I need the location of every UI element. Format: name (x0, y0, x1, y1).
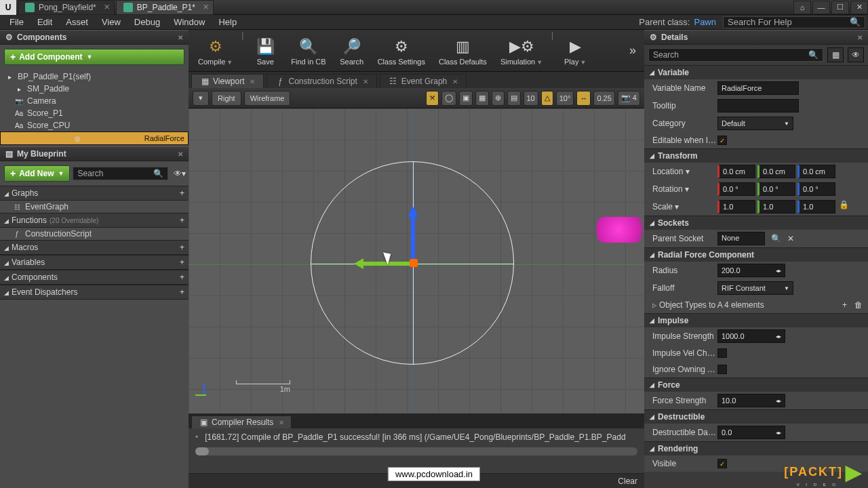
plus-icon[interactable]: + (180, 272, 184, 282)
eye-icon[interactable]: 👁▾ (171, 169, 189, 178)
delete-icon[interactable]: 🗑 (854, 300, 863, 310)
vector-field[interactable] (797, 165, 835, 178)
viewport-snap-option[interactable]: 📷 4 (618, 91, 640, 106)
socket-field[interactable]: None (717, 232, 765, 245)
gear-icon[interactable]: ⚙ (650, 33, 657, 42)
component-item[interactable]: ▸SM_Paddle (0, 83, 189, 95)
add-component-button[interactable]: + Add Component ▼ (4, 49, 184, 65)
menu-help[interactable]: Help (212, 16, 243, 28)
close-icon[interactable]: ✕ (203, 3, 209, 12)
category-header[interactable]: ◢Macros+ (0, 240, 189, 255)
toolbar-play-button[interactable]: ▶Play▼ (556, 32, 594, 70)
text-input[interactable] (717, 99, 799, 113)
viewport-tab[interactable]: ƒConstruction Script✕ (267, 74, 376, 88)
menu-edit[interactable]: Edit (31, 16, 59, 28)
close-icon[interactable]: ✕ (363, 78, 368, 85)
component-item[interactable]: ◎RadialForce (0, 131, 189, 145)
dropdown[interactable]: Default▼ (717, 117, 793, 130)
blueprint-item[interactable]: ☷EventGraph (0, 201, 189, 213)
checkbox[interactable] (717, 365, 727, 374)
viewport-snap-option[interactable]: ↔ (576, 91, 591, 106)
plus-icon[interactable]: + (180, 243, 184, 252)
component-root[interactable]: ▸BP_Paddle_P1(self) (0, 70, 189, 83)
checkbox[interactable]: ✓ (717, 136, 727, 145)
close-icon[interactable]: ✕ (857, 34, 863, 41)
book-icon[interactable]: ▤ (5, 149, 13, 159)
close-icon[interactable]: ✕ (279, 419, 284, 426)
viewport-option[interactable]: Right (212, 91, 241, 106)
toolbar-simulation-button[interactable]: ▶⚙Simulation▼ (494, 32, 549, 70)
category-header[interactable]: ◢Event Dispatchers+ (0, 285, 189, 300)
viewport[interactable]: 1m (189, 108, 644, 413)
viewport-snap-option[interactable]: 0.25 (593, 91, 614, 106)
viewport-snap-option[interactable]: ▦ (475, 91, 489, 106)
vector-field[interactable] (717, 182, 755, 196)
section-header[interactable]: ◢Sockets (644, 216, 868, 230)
spinbox[interactable]: 10.0◂▸ (717, 394, 785, 407)
viewport-tab[interactable]: ☷Event Graph✕ (380, 74, 467, 88)
plus-icon[interactable]: + (180, 216, 184, 225)
compiler-results-tab[interactable]: ▣ Compiler Results ✕ (191, 415, 292, 428)
toolbar-search-button[interactable]: 🔎Search (333, 32, 371, 70)
toolbar-class-settings-button[interactable]: ⚙Class Settings (371, 32, 432, 70)
section-header[interactable]: ◢Transform (644, 149, 868, 163)
close-icon[interactable]: ✕ (250, 78, 255, 85)
category-header[interactable]: ◢Graphs+ (0, 186, 189, 201)
search-help-input[interactable]: Search For Help 🔍 (723, 16, 865, 28)
gear-icon[interactable]: ⚙ (5, 33, 13, 42)
plus-icon[interactable]: + (180, 188, 184, 198)
viewport-snap-option[interactable]: ▤ (507, 91, 521, 106)
checkbox[interactable] (717, 348, 727, 358)
text-input[interactable] (717, 81, 799, 95)
viewport-snap-option[interactable]: 10 (524, 91, 538, 106)
vector-field[interactable] (757, 165, 795, 178)
category-header[interactable]: ◢Variables+ (0, 255, 189, 270)
menu-debug[interactable]: Debug (127, 16, 167, 28)
add-new-button[interactable]: + Add New ▼ (4, 165, 70, 182)
viewport-snap-option[interactable]: ⤧ (426, 91, 439, 106)
toolbar-compile-button[interactable]: ⚙Compile▼ (191, 32, 239, 70)
document-tab[interactable]: Pong_Playfield*✕ (18, 0, 115, 15)
vector-field[interactable] (757, 182, 795, 196)
search-icon[interactable]: 🔍 (771, 234, 781, 243)
details-search[interactable]: Search 🔍 (648, 48, 823, 62)
add-element-icon[interactable]: + (842, 300, 847, 310)
lock-icon[interactable]: 🔒 (839, 200, 849, 214)
eye-icon[interactable]: 👁 (848, 47, 864, 62)
menu-window[interactable]: Window (167, 16, 212, 28)
close-icon[interactable]: ✕ (104, 3, 110, 12)
category-header[interactable]: ◢Components+ (0, 270, 189, 285)
section-header[interactable]: ◢Variable (644, 66, 868, 79)
menu-asset[interactable]: Asset (59, 16, 95, 28)
clear-icon[interactable]: ✕ (787, 234, 794, 243)
section-header[interactable]: ◢Impulse (644, 314, 868, 327)
viewport-snap-option[interactable]: 10° (556, 91, 574, 106)
horizontal-scrollbar[interactable] (195, 447, 637, 455)
section-header[interactable]: ◢Destructible (644, 410, 868, 424)
property-matrix-button[interactable]: ▦ (827, 47, 844, 62)
toolbar-overflow[interactable]: » (624, 43, 642, 58)
component-item[interactable]: AaScore_P1 (0, 107, 189, 119)
spinbox[interactable]: 0.0◂▸ (717, 426, 785, 439)
parent-class-link[interactable]: Pawn (694, 17, 716, 27)
viewport-snap-option[interactable]: ◯ (441, 91, 456, 106)
clear-button[interactable]: Clear (618, 476, 637, 486)
close-icon[interactable]: ✕ (178, 34, 183, 41)
spinbox[interactable]: 200.0◂▸ (717, 264, 785, 277)
component-item[interactable]: AaScore_CPU (0, 119, 189, 131)
dropdown[interactable]: RIF Constant▼ (717, 281, 793, 295)
section-header[interactable]: ◢Rendering (644, 442, 868, 455)
section-header[interactable]: ◢Force (644, 378, 868, 392)
my-blueprint-search[interactable]: Search 🔍 (73, 167, 168, 180)
marketplace-icon[interactable]: ⌂ (793, 1, 811, 14)
viewport-option[interactable]: ▾ (193, 91, 209, 106)
checkbox[interactable]: ✓ (717, 459, 727, 468)
plus-icon[interactable]: + (180, 287, 184, 297)
toolbar-class-defaults-button[interactable]: ▥Class Defaults (432, 32, 494, 70)
viewport-snap-option[interactable]: ▣ (459, 91, 473, 106)
close-icon[interactable]: ✕ (452, 78, 458, 85)
vector-field[interactable] (757, 200, 795, 214)
viewport-snap-option[interactable]: ⊕ (492, 91, 505, 106)
document-tab[interactable]: BP_Paddle_P1*✕ (116, 0, 214, 15)
toolbar-find-in-cb-button[interactable]: 🔍Find in CB (284, 32, 332, 70)
